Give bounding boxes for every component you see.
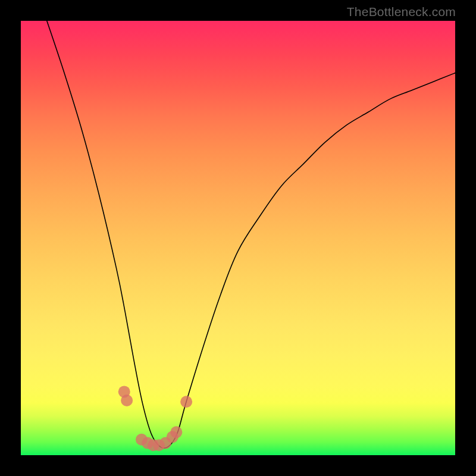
plot-area: [21, 21, 455, 455]
chart-frame: TheBottleneck.com: [0, 0, 476, 476]
attribution-text: TheBottleneck.com: [347, 5, 456, 19]
bottleneck-curve: [47, 21, 455, 448]
right-dot: [180, 396, 192, 408]
plot-svg: [21, 21, 455, 455]
left-dot-mid: [121, 394, 133, 406]
trough-dot-7: [170, 426, 182, 438]
